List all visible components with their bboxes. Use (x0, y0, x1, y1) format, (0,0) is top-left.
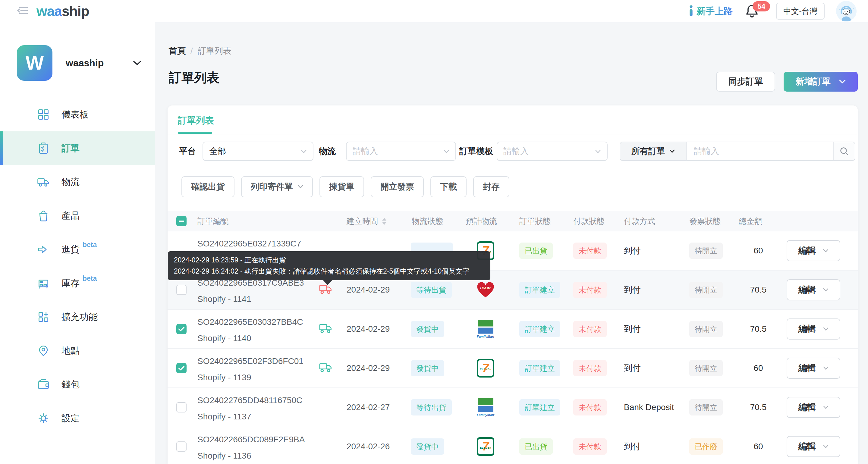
filter-bar: 平台 全部 物流 請輸入 訂單模板 請輸入 所有訂單 (167, 142, 858, 161)
search-scope-select[interactable]: 所有訂單 (620, 142, 687, 160)
invoice-status-badge: 待開立 (689, 243, 723, 259)
chevron-down-icon (823, 366, 829, 370)
sidebar-item-settings[interactable]: 設定 (0, 401, 155, 435)
create-order-button[interactable]: 新增訂單 (784, 72, 858, 92)
workspace-switcher[interactable]: w waaship (0, 22, 155, 81)
shipment-truck-icon[interactable] (319, 284, 332, 296)
orders-card: 訂單列表 平台 全部 物流 請輸入 訂單模板 請輸入 所有訂單 (167, 105, 858, 464)
edit-button[interactable]: 編輯 (786, 436, 840, 457)
order-number[interactable]: SO24022965E02F3D6FC01 (197, 357, 304, 366)
edit-label: 編輯 (798, 362, 816, 374)
avatar[interactable] (836, 1, 857, 21)
sidebar-item-wallet[interactable]: 錢包 (0, 368, 155, 401)
sidebar-item-dashboard[interactable]: 儀表板 (0, 98, 155, 131)
payment-status-badge: 未付款 (573, 399, 607, 415)
col-payment-method: 付款方式 (624, 211, 655, 231)
order-number[interactable]: SO24022765DD48116750C (197, 396, 302, 405)
issue-invoice-button[interactable]: 開立發票 (371, 176, 424, 197)
table-row: SO24022965E030327BB4C Shopify - 1140 202… (167, 310, 858, 349)
truck-icon (37, 175, 50, 189)
logistics-status-badge: 等待出貨 (411, 282, 452, 298)
payment-method: 到付 (624, 363, 641, 374)
picking-list-button[interactable]: 揀貨單 (319, 176, 364, 197)
logistics-select[interactable]: 請輸入 (346, 142, 456, 161)
carrier-logo-hilife: Hi-Life (477, 282, 494, 298)
sidebar-collapse-icon[interactable] (17, 6, 29, 17)
order-status-badge: 訂單建立 (519, 321, 560, 337)
sidebar-item-logistics[interactable]: 物流 (0, 165, 155, 199)
sidebar-item-inventory[interactable]: 庫存 beta (0, 266, 155, 300)
order-number[interactable]: SO24022965E03271339C7 (197, 239, 301, 249)
order-total: 60 (739, 363, 778, 373)
order-platform: Shopify - 1139 (197, 373, 304, 382)
archive-button[interactable]: 封存 (473, 176, 509, 197)
payment-status-badge: 未付款 (573, 360, 607, 376)
order-number[interactable]: SO24022965E030327BB4C (197, 317, 303, 327)
edit-button[interactable]: 編輯 (786, 397, 840, 418)
edit-button[interactable]: 編輯 (786, 318, 840, 340)
row-checkbox[interactable] (176, 285, 187, 295)
edit-button[interactable]: 編輯 (786, 279, 840, 300)
confirm-ship-button[interactable]: 確認出貨 (181, 176, 235, 197)
extensions-icon (37, 310, 50, 323)
template-filter-label: 訂單模板 (459, 142, 493, 161)
row-checkbox[interactable] (176, 363, 187, 373)
notifications-button[interactable]: 54 (745, 4, 759, 19)
payment-status-badge: 未付款 (573, 321, 607, 337)
payment-method: 到付 (624, 323, 641, 335)
row-checkbox[interactable] (176, 441, 187, 452)
col-invoice-status: 發票狀態 (689, 211, 721, 231)
app-logo[interactable]: waaship (36, 3, 89, 19)
payment-method: 到付 (624, 284, 641, 296)
template-select[interactable]: 請輸入 (497, 142, 608, 161)
platform-select[interactable]: 全部 (203, 142, 313, 161)
sidebar: w waaship 儀表板 訂單 物流 (0, 22, 155, 464)
language-selector[interactable]: 中文-台灣 (776, 3, 825, 20)
sidebar-item-purchase[interactable]: 進貨 beta (0, 233, 155, 266)
chevron-down-icon (298, 185, 303, 189)
carrier-logo-7eleven: 7ELEVEn (477, 359, 494, 377)
search-button[interactable] (833, 142, 855, 160)
chevron-down-icon (670, 150, 675, 153)
edit-label: 編輯 (798, 245, 816, 257)
sidebar-item-products[interactable]: 產品 (0, 199, 155, 233)
breadcrumb-home[interactable]: 首頁 (169, 45, 186, 57)
chevron-down-icon (595, 150, 601, 153)
order-total: 70.5 (739, 285, 778, 295)
order-created-date: 2024-02-29 (347, 285, 390, 295)
tooltip-line-2: 2024-02-29 16:24:02 - 執行出貨失敗：請確認收件者名稱必須保… (174, 266, 484, 277)
shipment-truck-icon[interactable] (319, 323, 332, 335)
sidebar-item-extensions[interactable]: 擴充功能 (0, 300, 155, 334)
sidebar-item-orders[interactable]: 訂單 (0, 131, 155, 165)
col-created-at[interactable]: 建立時間 (347, 211, 386, 231)
chevron-down-icon (823, 327, 829, 331)
onboarding-link[interactable]: 新手上路 (689, 5, 733, 18)
tab-order-list[interactable]: 訂單列表 (178, 115, 214, 127)
print-label-button[interactable]: 列印寄件單 (241, 176, 313, 197)
sync-orders-button[interactable]: 同步訂單 (716, 72, 775, 92)
order-platform: Shopify - 1141 (197, 295, 304, 304)
select-all-checkbox[interactable] (176, 216, 187, 226)
order-total: 60 (739, 246, 778, 255)
table-row: SO24022765DD48116750C Shopify - 1137 202… (167, 388, 858, 427)
sort-control[interactable] (382, 218, 386, 225)
platform-filter-label: 平台 (179, 142, 196, 161)
order-status-badge: 訂單建立 (519, 282, 560, 298)
shipment-truck-icon[interactable] (319, 362, 332, 374)
chevron-down-icon (823, 445, 829, 448)
sidebar-item-locations[interactable]: 地點 (0, 334, 155, 368)
logistics-status-badge: 發貨中 (411, 360, 444, 376)
beta-badge: beta (83, 275, 97, 283)
order-number[interactable]: SO24022665DC089F2E9BA (197, 435, 305, 444)
row-checkbox[interactable] (176, 324, 187, 334)
payment-method: 到付 (624, 441, 641, 452)
download-button[interactable]: 下載 (430, 176, 467, 197)
edit-button[interactable]: 編輯 (786, 358, 840, 379)
carrier-logo-familymart: FamilyMart (475, 398, 495, 417)
edit-button[interactable]: 編輯 (786, 240, 840, 261)
search-input[interactable] (687, 142, 833, 160)
row-checkbox[interactable] (176, 402, 187, 412)
table-header: 訂單編號 建立時間 物流狀態 預計物流 訂單狀態 付款狀態 付款方式 發票狀態 … (167, 211, 858, 232)
arrow-in-icon (37, 243, 50, 256)
edit-label: 編輯 (798, 401, 816, 413)
